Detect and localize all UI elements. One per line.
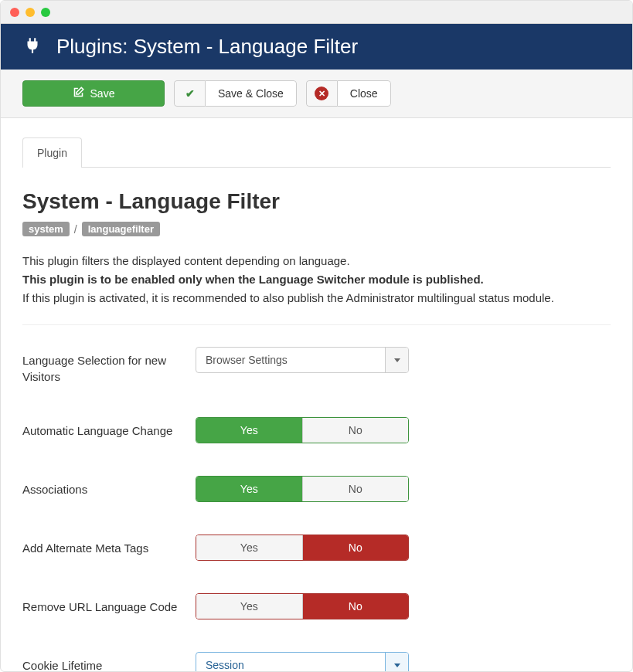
label-remove-url-code: Remove URL Language Code [22, 593, 196, 615]
toggle-auto-lang-change: Yes No [196, 417, 409, 443]
label-alt-meta: Add Alternate Meta Tags [22, 535, 196, 556]
save-icon [73, 87, 84, 100]
window-close-button[interactable] [10, 8, 19, 17]
window-minimize-button[interactable] [26, 8, 35, 17]
desc-line-3: If this plugin is activated, it is recom… [22, 291, 554, 304]
label-language-selection: Language Selection for new Visitors [22, 347, 196, 385]
desc-line-1: This plugin filters the displayed conten… [22, 254, 350, 267]
select-language-selection-value: Browser Settings [196, 348, 385, 372]
content-area: Plugin System - Language Filter system /… [1, 118, 632, 672]
page-title: System - Language Filter [22, 189, 611, 214]
toggle-associations-no[interactable]: No [302, 477, 409, 501]
field-remove-url-code: Remove URL Language Code Yes No [22, 593, 611, 619]
close-label: Close [337, 80, 391, 107]
page-header: Plugins: System - Language Filter [1, 24, 632, 70]
field-alt-meta: Add Alternate Meta Tags Yes No [22, 535, 611, 561]
badge-separator: / [74, 223, 77, 236]
tabs: Plugin [22, 137, 611, 168]
badge-system: system [22, 222, 70, 236]
toggle-remove-url-code: Yes No [196, 593, 409, 619]
label-associations: Associations [22, 476, 196, 497]
desc-line-2: This plugin is to be enabled only when t… [22, 273, 484, 286]
field-auto-lang-change: Automatic Language Change Yes No [22, 417, 611, 443]
field-associations: Associations Yes No [22, 476, 611, 502]
badges: system / languagefilter [22, 222, 611, 236]
plug-icon [22, 36, 43, 58]
label-cookie-lifetime: Cookie Lifetime [22, 652, 196, 672]
field-cookie-lifetime: Cookie Lifetime Session [22, 652, 611, 672]
toggle-alt-meta-no[interactable]: No [303, 535, 409, 560]
field-language-selection: Language Selection for new Visitors Brow… [22, 347, 611, 385]
close-icon: ✕ [306, 80, 337, 107]
select-cookie-lifetime[interactable]: Session [196, 652, 409, 672]
save-close-button[interactable]: ✔ Save & Close [174, 80, 297, 107]
toggle-auto-lang-change-yes[interactable]: Yes [196, 418, 302, 443]
toggle-alt-meta: Yes No [196, 535, 409, 561]
select-cookie-lifetime-value: Session [196, 653, 385, 672]
check-icon: ✔ [174, 80, 205, 107]
label-auto-lang-change: Automatic Language Change [22, 417, 196, 439]
toolbar: Save ✔ Save & Close ✕ Close [1, 70, 632, 118]
toggle-associations: Yes No [196, 476, 409, 502]
save-button-label: Save [90, 87, 115, 100]
save-button[interactable]: Save [22, 80, 165, 107]
tab-plugin[interactable]: Plugin [22, 137, 82, 168]
toggle-auto-lang-change-no[interactable]: No [302, 418, 409, 443]
page-header-title: Plugins: System - Language Filter [56, 35, 358, 59]
toggle-remove-url-code-no[interactable]: No [303, 594, 409, 619]
chevron-down-icon [385, 653, 408, 672]
window-maximize-button[interactable] [41, 8, 50, 17]
select-language-selection[interactable]: Browser Settings [196, 347, 409, 373]
toggle-remove-url-code-yes[interactable]: Yes [196, 594, 303, 619]
window-titlebar [1, 1, 632, 24]
description: This plugin filters the displayed conten… [22, 252, 611, 307]
save-close-label: Save & Close [205, 80, 297, 107]
chevron-down-icon [385, 348, 408, 372]
toggle-associations-yes[interactable]: Yes [196, 477, 302, 501]
close-button[interactable]: ✕ Close [306, 80, 391, 107]
divider [22, 324, 611, 325]
toggle-alt-meta-yes[interactable]: Yes [196, 535, 303, 560]
badge-element: languagefilter [82, 222, 160, 236]
